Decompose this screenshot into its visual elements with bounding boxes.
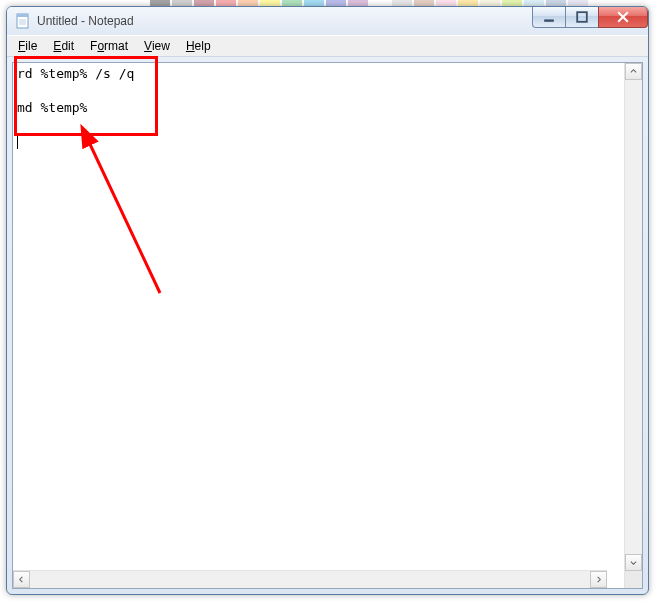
text-editor[interactable]: rd %temp% /s /q md %temp% — [13, 63, 624, 588]
menu-view[interactable]: View — [137, 38, 177, 54]
horizontal-scrollbar[interactable] — [13, 570, 607, 588]
menu-format[interactable]: Format — [83, 38, 135, 54]
scroll-down-button[interactable] — [625, 554, 642, 571]
scroll-up-button[interactable] — [625, 63, 642, 80]
text-cursor — [17, 135, 18, 149]
vscroll-track[interactable] — [625, 80, 642, 554]
scroll-left-button[interactable] — [13, 571, 30, 588]
notepad-window: Untitled - Notepad File Edit Format View… — [6, 6, 649, 595]
window-title: Untitled - Notepad — [37, 14, 134, 28]
editor-line: rd %temp% /s /q — [17, 66, 134, 81]
menu-help[interactable]: Help — [179, 38, 218, 54]
menu-file[interactable]: File — [11, 38, 44, 54]
notepad-icon — [15, 13, 31, 29]
vertical-scrollbar[interactable] — [624, 63, 642, 588]
editor-line: md %temp% — [17, 100, 87, 115]
close-button[interactable] — [598, 7, 648, 28]
menu-bar: File Edit Format View Help — [7, 35, 648, 57]
svg-rect-5 — [544, 19, 554, 21]
svg-rect-6 — [577, 12, 587, 22]
scrollbar-corner — [625, 571, 642, 588]
scroll-right-button[interactable] — [590, 571, 607, 588]
menu-edit[interactable]: Edit — [46, 38, 81, 54]
title-bar[interactable]: Untitled - Notepad — [7, 7, 648, 35]
minimize-button[interactable] — [532, 7, 566, 28]
client-area: rd %temp% /s /q md %temp% — [12, 62, 643, 589]
svg-rect-1 — [17, 14, 28, 17]
hscroll-track[interactable] — [30, 571, 590, 588]
maximize-button[interactable] — [565, 7, 599, 28]
window-controls — [533, 7, 648, 28]
